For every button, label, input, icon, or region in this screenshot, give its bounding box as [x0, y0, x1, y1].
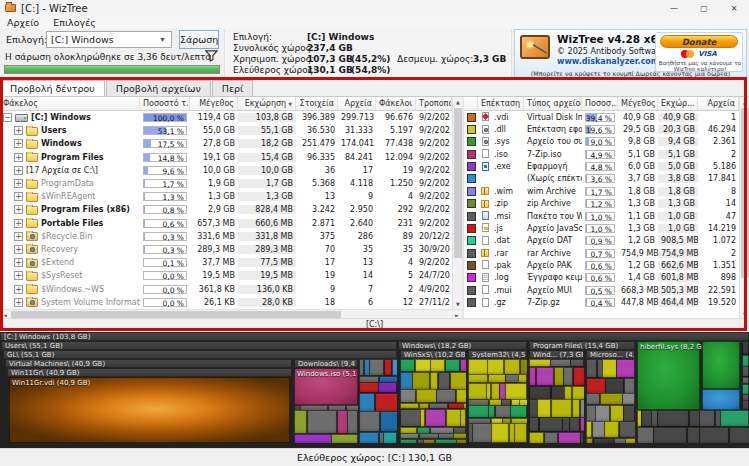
- expand-toggle-icon[interactable]: +: [14, 285, 23, 294]
- treemap-region-header[interactable]: [C:] Windows (103,8 GB): [0, 332, 749, 341]
- table-row[interactable]: +$SysReset0,0 %19,5 MB19,5 MB1914524/7/2…: [0, 269, 452, 282]
- column-header-col5[interactable]: Αρχεία: [338, 97, 376, 110]
- table-row[interactable]: .wimwim Archive1,7 %1,8 GB1,8 GB8: [464, 185, 739, 197]
- treemap-mosaic-region[interactable]: [294, 405, 358, 443]
- table-row[interactable]: .gz7-Zip.gz0,4 %447,8 MB464,4 MB19.520: [464, 296, 739, 308]
- table-row[interactable]: +ProgramData1,7 %1,9 GB1,7 GB5.3684.1181…: [0, 177, 452, 190]
- column-header-col6[interactable]: Φάκελοι: [376, 97, 416, 110]
- menu-file[interactable]: Αρχείο: [0, 17, 46, 28]
- table-row[interactable]: .rarrar Archive0,7 %754,9 MB754,9 MB2: [464, 247, 739, 259]
- table-row[interactable]: +Recovery0,3 %289,3 MB289,3 MB70353530/9…: [0, 243, 452, 256]
- column-header-col4[interactable]: Στοιχεία: [296, 97, 338, 110]
- types-table-vscrollbar[interactable]: ▲▼: [739, 97, 749, 319]
- treemap-region-header[interactable]: Win11Gr\ (40,9 GB): [7, 368, 292, 377]
- treemap-region-header[interactable]: GL\ (55,1 GB): [3, 350, 397, 359]
- vscroll-thumb[interactable]: [454, 108, 462, 258]
- column-header-col2[interactable]: Μέγεθος: [190, 97, 238, 110]
- expand-toggle-icon[interactable]: +: [14, 271, 23, 280]
- treemap-block[interactable]: [702, 389, 740, 410]
- treemap-region-header[interactable]: System32\ (4,5 GB): [468, 350, 527, 359]
- treemap-mosaic-region[interactable]: [468, 359, 527, 443]
- table-row[interactable]: .logΈγγραφο κειμέν0,6 %1,4 GB601,8 MB898: [464, 272, 739, 284]
- table-row[interactable]: +System Volume Information0,0 %26,1 KB28…: [0, 296, 452, 309]
- treemap-mosaic-region[interactable]: [742, 341, 749, 410]
- types-column-header-0[interactable]: [464, 97, 478, 110]
- types-column-header-2[interactable]: Τύπος αρχείου: [524, 97, 582, 110]
- types-column-header-4[interactable]: Μέγεθος: [618, 97, 658, 110]
- table-row[interactable]: +Users53,1 %55,0 GB55,1 GB36.53031.3335.…: [0, 124, 452, 137]
- table-row[interactable]: .sysΑρχείο του συστ9,0 %9,8 GB9,4 GB2.36…: [464, 136, 739, 148]
- table-row[interactable]: .iso7-Zip.iso4,9 %5,1 GB5,1 GB2: [464, 148, 739, 160]
- treemap-region-header[interactable]: Wind... (7,3 GB): [529, 350, 584, 359]
- types-column-header-1[interactable]: Επέκταση: [478, 97, 524, 110]
- treemap-mosaic-region[interactable]: [637, 410, 749, 443]
- expand-toggle-icon[interactable]: +: [14, 298, 23, 307]
- expand-toggle-icon[interactable]: +: [14, 166, 23, 175]
- menu-options[interactable]: Επιλογές: [46, 17, 103, 28]
- treemap-region-header[interactable]: Virtual Machines\ (40,9 GB): [5, 359, 292, 368]
- donate-button[interactable]: Donate: [660, 35, 738, 48]
- website-link[interactable]: www.diskanalyzer.com: [557, 57, 659, 66]
- expand-toggle-icon[interactable]: +: [14, 258, 23, 267]
- treemap-region-header[interactable]: Downloads\ (9,4 GB): [294, 359, 358, 368]
- table-row[interactable]: .dllΕπέκταση εφαρμ19,6 %29,5 GB20,3 GB46…: [464, 123, 739, 135]
- treemap-region-header[interactable]: Program Files\ (15,4 GB): [529, 341, 635, 350]
- treemap-visualization[interactable]: [C:] Windows (103,8 GB)Users\ (55,1 GB)G…: [0, 332, 749, 448]
- expand-toggle-icon[interactable]: +: [14, 245, 23, 254]
- treemap-region-header[interactable]: Microso... (4,4 GB): [586, 350, 635, 359]
- table-row[interactable]: .datΑρχείο DAT0,9 %1,2 GB908,5 MB1.072: [464, 235, 739, 247]
- expand-toggle-icon[interactable]: +: [14, 153, 23, 162]
- maximize-icon[interactable]: ▢: [689, 0, 719, 16]
- table-row[interactable]: .jsΑρχείο JavaScrip1,0 %1,3 GB1,0 GB14.2…: [464, 222, 739, 234]
- treemap-region-header[interactable]: Windows\ (18,2 GB): [398, 341, 527, 350]
- treemap-mosaic-region[interactable]: [359, 359, 397, 443]
- folder-table-vscrollbar[interactable]: ▲▼: [452, 97, 462, 309]
- table-row[interactable]: .pakΑρχείο PAK0,6 %1,2 GB662,6 MB1.351: [464, 259, 739, 271]
- table-row[interactable]: +Program Files (x86)0,8 %2,9 GB828,4 MB3…: [0, 203, 452, 216]
- treemap-block[interactable]: hiberfil.sys (8,2 GB): [637, 341, 700, 410]
- table-row[interactable]: .zipzip Archive1,2 %1,3 GB1,3 GB14: [464, 198, 739, 210]
- table-row[interactable]: +Portable Files0,6 %657,3 MB660,6 MB2.87…: [0, 217, 452, 230]
- treemap-mosaic-region[interactable]: [529, 359, 584, 443]
- minimize-icon[interactable]: —: [659, 0, 689, 16]
- expand-toggle-icon[interactable]: +: [14, 139, 23, 148]
- treemap-block[interactable]: [702, 341, 740, 389]
- table-row[interactable]: (Χωρίς επέκτασ3,6 %3,7 GB3,8 GB17.841: [464, 173, 739, 185]
- expand-toggle-icon[interactable]: +: [14, 232, 23, 241]
- expand-toggle-icon[interactable]: +: [14, 126, 23, 135]
- table-row[interactable]: −[C:] Windows100,0 %119,4 GB103,8 GB396.…: [0, 111, 452, 124]
- treemap-region-header[interactable]: Users\ (55,1 GB): [1, 341, 397, 350]
- column-header-col1[interactable]: Ποσοστό τ...: [140, 97, 190, 110]
- treemap-region-header[interactable]: WinSxS\ (10,2 GB): [400, 350, 466, 359]
- tab-about[interactable]: Περί: [212, 80, 254, 96]
- expand-toggle-icon[interactable]: −: [3, 113, 12, 122]
- column-header-allocated[interactable]: Εκχώρηση▼: [238, 97, 296, 110]
- table-row[interactable]: +$WinREAgent1,3 %1,3 GB1,3 GB13949/2/202: [0, 190, 452, 203]
- treemap-mosaic-region[interactable]: [586, 359, 635, 443]
- expand-toggle-icon[interactable]: +: [14, 219, 23, 228]
- close-icon[interactable]: ✕: [719, 0, 749, 16]
- column-header-col7[interactable]: Τροποποίη: [416, 97, 452, 110]
- treemap-block[interactable]: Win11Gr.vdi (40,9 GB): [9, 377, 290, 443]
- expand-toggle-icon[interactable]: +: [14, 179, 23, 188]
- filter-funnel-icon[interactable]: [205, 50, 218, 64]
- scroll-up-icon[interactable]: ▲: [740, 97, 749, 107]
- types-column-header-5[interactable]: Εκχώρ...▼: [658, 97, 698, 110]
- table-row[interactable]: +Windows17,5 %27,8 GB18,2 GB251.479174.0…: [0, 137, 452, 150]
- table-row[interactable]: +$Extend0,1 %37,7 MB77,5 MB171349/2/202: [0, 256, 452, 269]
- types-column-header-3[interactable]: Ποσοσ...: [582, 97, 618, 110]
- drive-select[interactable]: [C:] Windows ▾: [46, 31, 172, 48]
- scan-button[interactable]: Σάρωση: [179, 30, 219, 49]
- types-column-header-6[interactable]: Αρχεία: [698, 97, 739, 110]
- tab-tree-view[interactable]: Προβολή δέντρου: [0, 80, 105, 96]
- expand-toggle-icon[interactable]: +: [14, 192, 23, 201]
- expand-toggle-icon[interactable]: +: [14, 205, 23, 214]
- table-row[interactable]: +Program Files14,8 %19,1 GB15,4 GB96.335…: [0, 151, 452, 164]
- table-row[interactable]: .exeΕφαρμογή4,8 %6,0 GB5,0 GB5.186: [464, 160, 739, 172]
- column-header-folder[interactable]: Φάκελος: [0, 97, 140, 110]
- table-row[interactable]: .vdiVirtual Disk Imag39,4 %40,9 GB40,9 G…: [464, 111, 739, 123]
- treemap-mosaic-region[interactable]: [400, 359, 466, 443]
- tab-file-view[interactable]: Προβολή αρχείων: [106, 80, 211, 96]
- treemap-block[interactable]: Windows.iso (5,1 GB): [294, 368, 358, 405]
- table-row[interactable]: .muiΑρχείο MUI0,5 %668,3 MB505,3 MB22.59…: [464, 284, 739, 296]
